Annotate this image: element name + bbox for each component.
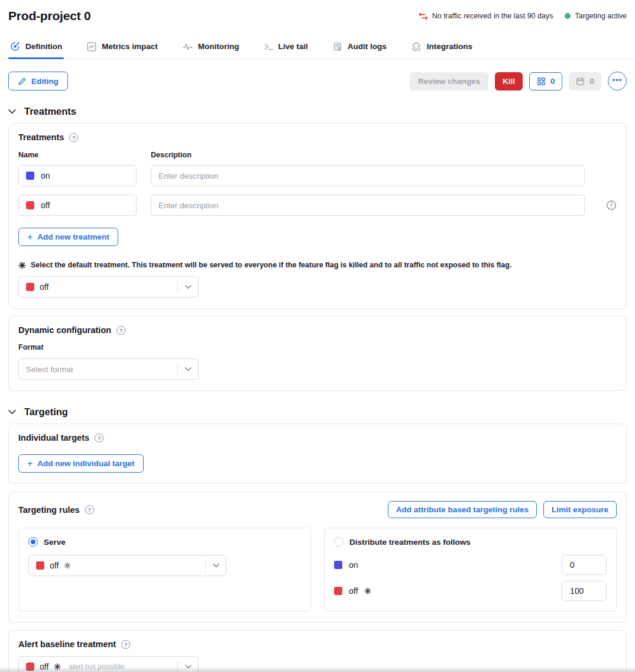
limit-exposure-button[interactable]: Limit exposure: [543, 501, 617, 518]
default-note-text: Select the default treatment. This treat…: [31, 261, 511, 269]
help-icon[interactable]: ?: [95, 434, 103, 442]
add-treatment-label: Add new treatment: [37, 232, 109, 241]
treatment-color-swatch: [26, 663, 34, 671]
treatment-color-swatch[interactable]: [26, 201, 34, 209]
radio-unselected-icon[interactable]: [334, 537, 344, 547]
review-changes-button[interactable]: Review changes: [410, 72, 488, 91]
more-actions-button[interactable]: •••: [608, 72, 627, 91]
treatments-section-header[interactable]: Treatments: [8, 106, 627, 117]
tab-integrations[interactable]: Integrations: [410, 37, 474, 59]
treatment-color-swatch: [36, 561, 44, 570]
add-individual-target-button[interactable]: + Add new individual target: [18, 454, 144, 473]
targeting-rules-card: Targeting rules ? Add attribute based ta…: [8, 492, 627, 623]
editing-button[interactable]: Editing: [8, 72, 68, 91]
section-title: Targeting: [24, 406, 68, 418]
targeting-section-header[interactable]: Targeting: [8, 406, 627, 418]
treatment-name-field[interactable]: [18, 165, 137, 186]
alert-hint-text: alert not possible: [69, 663, 125, 671]
schedule-count-button[interactable]: 0: [569, 72, 601, 91]
targeting-status: Targeting active: [565, 12, 627, 20]
serve-panel: Serve off: [18, 528, 311, 612]
page-header: Prod-project 0 No traffic received in th…: [0, 0, 635, 23]
card-title: Targeting rules: [18, 505, 80, 515]
serve-treatment-select[interactable]: off: [28, 555, 226, 576]
serve-option[interactable]: Serve: [28, 537, 301, 547]
treatment-description-input[interactable]: [151, 165, 585, 186]
terminal-icon: [264, 43, 273, 51]
alert-baseline-card: Alert baseline treatment ? off alert not…: [8, 630, 627, 672]
tab-label: Definition: [25, 42, 62, 51]
treatments-card: Treatments ? Name Description + Add new: [8, 123, 627, 309]
individual-targets-card: Individual targets ? + Add new individua…: [8, 424, 627, 484]
add-attribute-rules-button[interactable]: Add attribute based targeting rules: [388, 501, 537, 518]
treatment-color-swatch[interactable]: [26, 172, 34, 180]
tab-label: Live tail: [278, 42, 308, 51]
chevron-down-icon: [8, 409, 16, 415]
card-title: Alert baseline treatment: [18, 639, 116, 649]
default-treatment-select[interactable]: off: [18, 276, 199, 298]
line-chart-icon: [87, 42, 96, 51]
default-asterisk-icon: [364, 587, 371, 595]
add-individual-target-label: Add new individual target: [37, 459, 134, 468]
treatment-color-swatch: [26, 283, 34, 291]
help-icon[interactable]: ?: [116, 326, 125, 335]
tab-live-tail[interactable]: Live tail: [263, 37, 310, 59]
page-title: Prod-project 0: [8, 9, 91, 23]
help-icon[interactable]: ?: [85, 505, 94, 514]
help-icon[interactable]: ?: [121, 640, 130, 649]
tab-definition[interactable]: Definition: [8, 37, 64, 59]
help-icon[interactable]: ?: [69, 133, 78, 142]
schedule-count: 0: [589, 77, 594, 86]
distribute-row-on: on: [334, 555, 607, 575]
rollout-count: 0: [550, 77, 555, 86]
treatment-color-swatch: [334, 587, 342, 595]
chevron-down-icon: [178, 664, 198, 669]
radio-selected-icon[interactable]: [28, 537, 38, 547]
kill-button[interactable]: Kill: [495, 72, 523, 91]
plus-icon: +: [27, 459, 33, 469]
treatment-row-off: [18, 195, 617, 216]
rollout-count-button[interactable]: 0: [529, 72, 563, 91]
distribute-treatment-name: on: [349, 560, 358, 570]
warning-circle-icon[interactable]: [599, 200, 617, 211]
treatment-name-input[interactable]: [41, 201, 129, 210]
target-edit-icon: [10, 41, 20, 51]
treatment-description-input[interactable]: [151, 195, 585, 216]
treatment-name-input[interactable]: [41, 171, 129, 180]
toolbar-right: Review changes Kill 0: [410, 72, 627, 91]
tab-bar: Definition Metrics impact Monitoring Liv…: [0, 37, 635, 59]
alert-baseline-select[interactable]: off alert not possible: [18, 656, 199, 672]
section-title: Treatments: [24, 106, 76, 117]
card-title: Individual targets: [18, 433, 89, 442]
tab-audit-logs[interactable]: Audit logs: [331, 37, 388, 59]
targeting-status-text: Targeting active: [575, 12, 627, 20]
traffic-alert-text: No traffic received in the last 90 days: [432, 12, 553, 20]
default-treatment-note: Select the default treatment. This treat…: [18, 261, 617, 269]
chevron-down-icon: [178, 367, 198, 371]
default-treatment-value: off: [40, 282, 48, 292]
description-column-header: Description: [151, 151, 192, 159]
treatment-name-field[interactable]: [18, 195, 137, 216]
tab-label: Integrations: [427, 42, 472, 51]
column-headers: Name Description: [18, 151, 617, 159]
tab-metrics-impact[interactable]: Metrics impact: [85, 37, 160, 59]
format-select[interactable]: Select format: [18, 358, 199, 380]
add-treatment-button[interactable]: + Add new treatment: [18, 228, 118, 246]
toolbar: Editing Review changes Kill 0: [0, 59, 635, 91]
format-label: Format: [18, 343, 617, 351]
distribute-percentage-input[interactable]: [562, 555, 607, 575]
grid-icon: [537, 77, 546, 86]
editing-label: Editing: [31, 77, 59, 86]
pulse-icon: [183, 43, 193, 51]
plus-icon: +: [27, 232, 33, 242]
status-dot-icon: [565, 13, 571, 19]
chevron-down-icon: [206, 563, 226, 568]
distribute-percentage-input[interactable]: [562, 581, 607, 601]
tab-label: Audit logs: [348, 42, 387, 51]
tab-monitoring[interactable]: Monitoring: [181, 37, 241, 59]
chevron-down-icon: [178, 285, 198, 289]
card-title: Dynamic configuration: [18, 325, 111, 335]
distribute-option[interactable]: Distribute treatments as follows: [334, 537, 607, 547]
tab-label: Monitoring: [198, 42, 239, 51]
default-asterisk-icon: [54, 663, 61, 670]
